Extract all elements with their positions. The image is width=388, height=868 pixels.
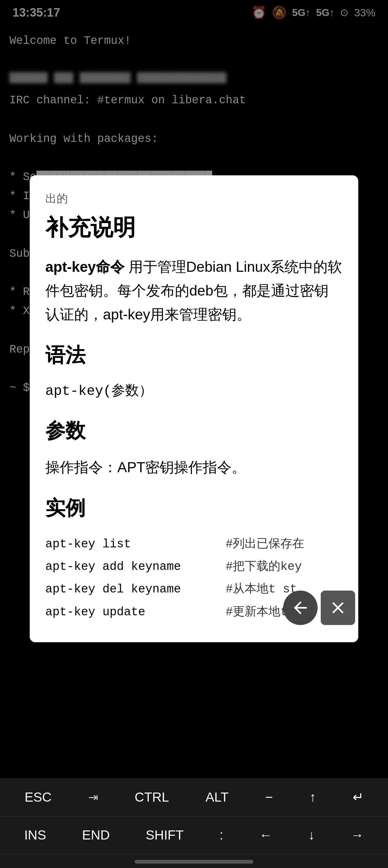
key-down[interactable]: ↓: [303, 825, 320, 845]
key-esc[interactable]: ESC: [20, 787, 56, 807]
keyboard-row-1: ESC ⇥ CTRL ALT − ↑ ↵: [0, 778, 388, 816]
example-comment-1: #列出已保存在: [226, 533, 343, 556]
apt-key-command-bold: apt-key命令: [45, 259, 125, 275]
key-tab[interactable]: ⇥: [83, 788, 103, 807]
modal-back-button[interactable]: [283, 591, 318, 625]
key-shift[interactable]: SHIFT: [141, 825, 189, 845]
key-up[interactable]: ↑: [304, 787, 321, 807]
example-cmd-3: apt-key del keyname: [45, 578, 219, 600]
keyboard-row-2: INS END SHIFT : ← ↓ →: [0, 816, 388, 854]
key-enter[interactable]: ↵: [348, 787, 368, 807]
modal-description: apt-key命令 用于管理Debian Linux系统中的软件包密钥。每个发布…: [45, 255, 343, 327]
example-cmd-1: apt-key list: [45, 533, 219, 556]
modal-top-clipped: 出的: [45, 191, 343, 206]
key-minus[interactable]: −: [260, 787, 278, 807]
examples-title: 实例: [45, 494, 343, 522]
syntax-title: 语法: [45, 342, 343, 369]
params-title: 参数: [45, 417, 343, 444]
modal-dialog: 出的 补充说明 apt-key命令 用于管理Debian Linux系统中的软件…: [30, 175, 358, 642]
modal-overlay: 出的 补充说明 apt-key命令 用于管理Debian Linux系统中的软件…: [0, 0, 388, 868]
params-text: 操作指令：APT密钥操作指令。: [45, 456, 343, 479]
key-ctrl[interactable]: CTRL: [130, 787, 174, 807]
modal-main-title: 补充说明: [45, 213, 343, 243]
key-colon[interactable]: :: [215, 825, 228, 845]
example-cmd-2: apt-key add keyname: [45, 556, 219, 578]
example-comment-2: #把下载的key: [226, 556, 343, 578]
swipe-handle[interactable]: [134, 860, 254, 864]
syntax-code: apt-key(参数）: [45, 380, 343, 402]
key-alt[interactable]: ALT: [201, 787, 234, 807]
keyboard-bar: ESC ⇥ CTRL ALT − ↑ ↵ INS END SHIFT : ← ↓…: [0, 778, 388, 868]
key-ins[interactable]: INS: [19, 825, 51, 845]
modal-close-button[interactable]: [321, 591, 355, 625]
example-cmd-4: apt-key update: [45, 601, 219, 623]
key-end[interactable]: END: [77, 825, 115, 845]
key-right[interactable]: →: [346, 825, 369, 845]
key-left[interactable]: ←: [254, 825, 277, 845]
